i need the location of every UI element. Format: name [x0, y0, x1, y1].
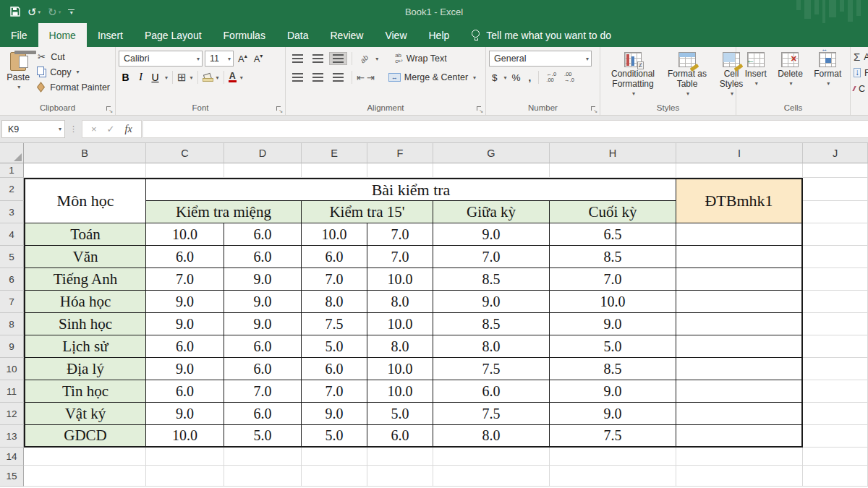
row-header-10[interactable]: 10 — [0, 358, 24, 380]
cell-G9-score[interactable]: 8.0 — [433, 335, 550, 358]
decrease-font-size-button[interactable]: A▾ — [252, 53, 265, 64]
cell-D10-score[interactable]: 6.0 — [224, 358, 302, 380]
row-header-11[interactable]: 11 — [0, 380, 24, 403]
font-dialog-launcher[interactable] — [276, 106, 283, 113]
tab-home[interactable]: Home — [38, 23, 87, 47]
cell-G1[interactable] — [433, 163, 550, 178]
row-header-8[interactable]: 8 — [0, 313, 24, 335]
cell-F14[interactable] — [367, 448, 433, 466]
cell-D8-score[interactable]: 9.0 — [224, 313, 302, 335]
comma-style-button[interactable]: , — [526, 72, 535, 83]
tab-formulas[interactable]: Formulas — [213, 23, 276, 47]
cell-E8-score[interactable]: 7.5 — [302, 313, 367, 335]
cell-H1[interactable] — [550, 163, 676, 178]
cell-I2-avg-header[interactable]: ĐTBmhk1 — [676, 178, 803, 223]
cell-I13-avg[interactable] — [676, 425, 803, 448]
cell-I5-avg[interactable] — [676, 246, 803, 268]
number-dialog-launcher[interactable] — [590, 106, 597, 113]
insert-cells-button[interactable]: ← Insert ▾ — [741, 49, 770, 103]
cell-I1[interactable] — [676, 163, 803, 178]
row-header-1[interactable]: 1 — [0, 163, 24, 178]
align-right-button[interactable] — [329, 71, 347, 84]
cell-C8-score[interactable]: 9.0 — [146, 313, 224, 335]
cell-D1[interactable] — [224, 163, 302, 178]
fill-color-button[interactable] — [203, 74, 213, 82]
cell-B10-subject[interactable]: Địa lý — [24, 358, 146, 380]
font-color-button[interactable]: A — [229, 72, 237, 82]
cell-G14[interactable] — [433, 448, 550, 466]
cell-E5-score[interactable]: 6.0 — [302, 246, 367, 268]
cell-test-type-1[interactable]: Kiểm tra miệng — [146, 201, 302, 223]
cell-I9-avg[interactable] — [676, 335, 803, 358]
bottom-align-button[interactable] — [329, 52, 347, 65]
cell-C4-score[interactable]: 10.0 — [146, 223, 224, 246]
cell-B2-subject-header[interactable]: Môn học — [24, 178, 146, 223]
cell-E12-score[interactable]: 9.0 — [302, 403, 367, 425]
cell-D13-score[interactable]: 5.0 — [224, 425, 302, 448]
cell-C12-score[interactable]: 9.0 — [146, 403, 224, 425]
percent-style-button[interactable]: % — [509, 72, 524, 83]
align-left-button[interactable] — [289, 71, 307, 84]
row-header-7[interactable]: 7 — [0, 291, 24, 313]
cell-H12-score[interactable]: 9.0 — [550, 403, 676, 425]
cell-G12-score[interactable]: 7.5 — [433, 403, 550, 425]
undo-button[interactable]: ↺▾ — [27, 7, 41, 17]
cell-F11-score[interactable]: 10.0 — [367, 380, 433, 403]
cell-H10-score[interactable]: 8.5 — [550, 358, 676, 380]
cell-F4-score[interactable]: 7.0 — [367, 223, 433, 246]
column-header-F[interactable]: F — [367, 143, 433, 163]
cell-C6-score[interactable]: 7.0 — [146, 268, 224, 291]
cell-J6[interactable] — [803, 268, 868, 291]
cell-B1[interactable] — [24, 163, 146, 178]
cell-E13-score[interactable]: 5.0 — [302, 425, 367, 448]
cell-J13[interactable] — [803, 425, 868, 448]
cell-H6-score[interactable]: 7.0 — [550, 268, 676, 291]
align-center-button[interactable] — [309, 71, 327, 84]
copy-button[interactable]: Copy▾ — [33, 64, 112, 80]
row-header-9[interactable]: 9 — [0, 335, 24, 358]
cell-F13-score[interactable]: 6.0 — [367, 425, 433, 448]
cell-E15[interactable] — [302, 466, 367, 487]
font-name-select[interactable]: Calibri▾ — [119, 51, 203, 67]
enter-button[interactable]: ✓ — [107, 124, 115, 134]
cell-test-type-2[interactable]: Kiểm tra 15' — [302, 201, 433, 223]
column-header-B[interactable]: B — [24, 143, 146, 163]
cell-I14[interactable] — [676, 448, 803, 466]
increase-indent-button[interactable]: ⇥ — [367, 72, 375, 83]
cell-J3[interactable] — [803, 201, 868, 223]
column-header-D[interactable]: D — [224, 143, 302, 163]
cell-G4-score[interactable]: 9.0 — [433, 223, 550, 246]
fill-button[interactable]: ↓F — [854, 66, 865, 80]
cell-B11-subject[interactable]: Tin học — [24, 380, 146, 403]
cell-E11-score[interactable]: 7.0 — [302, 380, 367, 403]
clipboard-dialog-launcher[interactable] — [106, 106, 113, 113]
cell-H9-score[interactable]: 5.0 — [550, 335, 676, 358]
cell-H5-score[interactable]: 8.5 — [550, 246, 676, 268]
middle-align-button[interactable] — [309, 52, 327, 65]
name-box[interactable]: K9▾ — [1, 120, 65, 138]
cell-F7-score[interactable]: 8.0 — [367, 291, 433, 313]
cell-C10-score[interactable]: 9.0 — [146, 358, 224, 380]
cell-F5-score[interactable]: 7.0 — [367, 246, 433, 268]
cell-J10[interactable] — [803, 358, 868, 380]
tab-page-layout[interactable]: Page Layout — [134, 23, 213, 47]
number-format-select[interactable]: General▾ — [489, 51, 592, 67]
cell-J2[interactable] — [803, 178, 868, 201]
font-size-select[interactable]: 11▾ — [205, 51, 234, 67]
cell-D9-score[interactable]: 6.0 — [224, 335, 302, 358]
cell-F1[interactable] — [367, 163, 433, 178]
italic-button[interactable]: I — [135, 72, 147, 83]
wrap-text-button[interactable]: abc↩Wrap Text — [393, 51, 449, 67]
row-header-5[interactable]: 5 — [0, 246, 24, 268]
cell-J14[interactable] — [803, 448, 868, 466]
cell-H11-score[interactable]: 9.0 — [550, 380, 676, 403]
cell-B8-subject[interactable]: Sinh học — [24, 313, 146, 335]
cell-C1[interactable] — [146, 163, 224, 178]
cell-F8-score[interactable]: 10.0 — [367, 313, 433, 335]
cell-E14[interactable] — [302, 448, 367, 466]
cell-F6-score[interactable]: 10.0 — [367, 268, 433, 291]
row-header-12[interactable]: 12 — [0, 403, 24, 425]
cell-J4[interactable] — [803, 223, 868, 246]
cell-C7-score[interactable]: 9.0 — [146, 291, 224, 313]
underline-button[interactable]: U — [149, 72, 161, 83]
